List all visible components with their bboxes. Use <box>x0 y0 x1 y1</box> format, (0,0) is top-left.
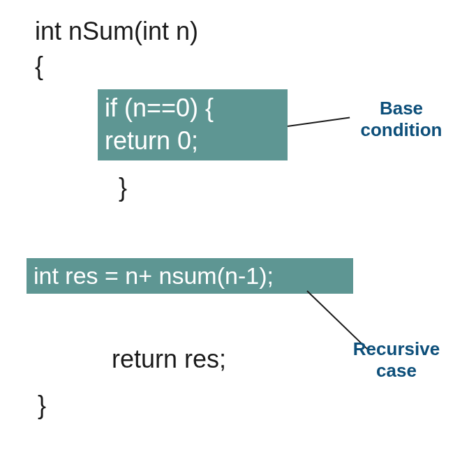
brace-close-inner: } <box>119 173 127 202</box>
base-condition-block: if (n==0) { return 0; <box>98 89 288 160</box>
recursive-case-line: int res = n+ nsum(n-1); <box>34 262 346 290</box>
label-recursive-case: Recursive case <box>341 338 452 382</box>
connector-base <box>288 117 350 127</box>
recursive-case-block: int res = n+ nsum(n-1); <box>27 258 353 294</box>
brace-close-outer: } <box>38 391 46 420</box>
base-condition-line1: if (n==0) { <box>105 92 281 125</box>
brace-open: { <box>35 52 43 81</box>
return-statement: return res; <box>112 345 226 374</box>
base-condition-line2: return 0; <box>105 125 281 158</box>
function-signature: int nSum(int n) <box>35 17 198 46</box>
label-base-condition: Base condition <box>349 98 454 141</box>
